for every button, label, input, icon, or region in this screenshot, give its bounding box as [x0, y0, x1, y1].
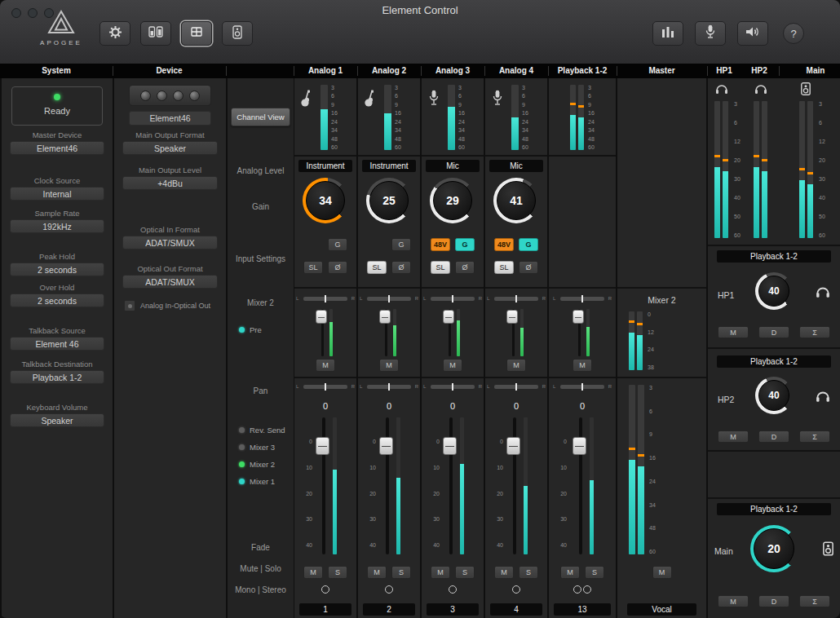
mixer-send-fader[interactable] [485, 309, 547, 356]
mute-button[interactable]: M [367, 566, 387, 579]
gain-knob[interactable]: 25 [366, 178, 412, 223]
fader-handle[interactable] [379, 310, 391, 324]
channel-fader[interactable]: 010203040 [294, 417, 356, 554]
mixer-pan-slider[interactable]: L R [494, 297, 538, 301]
solo-button[interactable]: S [391, 566, 411, 579]
talkback-source-value[interactable]: Element 46 [10, 337, 104, 351]
soft-limit-button[interactable]: SL [431, 261, 450, 274]
mute-button[interactable]: M [494, 566, 514, 579]
polarity-button[interactable]: Ø [328, 261, 347, 274]
fader-handle[interactable] [316, 310, 327, 324]
polarity-button[interactable]: Ø [391, 261, 411, 274]
mono-indicator[interactable] [294, 585, 356, 594]
fader-handle[interactable] [443, 310, 454, 324]
main-volume-knob[interactable]: 20 [750, 525, 798, 572]
solo-button[interactable]: S [585, 566, 604, 579]
phantom-power-button[interactable]: 48V [431, 238, 450, 251]
mute-button[interactable]: M [303, 566, 323, 579]
polarity-button[interactable]: Ø [455, 261, 475, 274]
fader-handle[interactable] [316, 437, 329, 455]
fader-handle[interactable] [573, 310, 584, 324]
solo-button[interactable]: S [328, 566, 347, 579]
mixer-mute-button[interactable]: M [506, 359, 526, 372]
mixer1-radio[interactable]: Mixer 1 [239, 477, 275, 486]
settings-button[interactable] [99, 21, 130, 46]
fader-handle[interactable] [506, 437, 520, 455]
pan-slider[interactable]: L R [303, 385, 347, 389]
hp2-dim-button[interactable]: D [758, 430, 789, 443]
mixer-send-fader[interactable] [422, 309, 484, 356]
device-name[interactable]: Element46 [129, 111, 211, 126]
output-mute-button[interactable] [737, 21, 768, 46]
mixer-send-fader[interactable] [549, 309, 616, 356]
channel-fader[interactable]: 010203040 [485, 417, 547, 554]
hp1-sum-button[interactable]: Σ [799, 326, 830, 338]
gain-knob[interactable]: 34 [303, 178, 348, 223]
mixer-view-button[interactable] [181, 21, 212, 46]
main-output-format-value[interactable]: Speaker [122, 141, 218, 155]
pre-toggle[interactable]: Pre [239, 325, 262, 334]
mixer2-radio[interactable]: Mixer 2 [239, 460, 275, 469]
solo-button[interactable]: S [455, 566, 475, 579]
main-source-label[interactable]: Playback 1-2 [717, 503, 831, 515]
pan-slider[interactable]: L R [560, 385, 604, 389]
input-type-label[interactable]: Mic [426, 160, 480, 172]
mixer-mute-button[interactable]: M [443, 359, 462, 372]
main-sum-button[interactable]: Σ [799, 595, 830, 607]
mono-indicator[interactable] [422, 585, 484, 594]
channel-name[interactable]: 13 [554, 603, 611, 616]
channel-name[interactable]: 4 [490, 603, 542, 616]
gain-knob[interactable]: 29 [430, 178, 475, 223]
group-button[interactable]: G [391, 238, 411, 251]
hp1-dim-button[interactable]: D [758, 326, 789, 338]
channel-fader[interactable]: 010203040 [549, 417, 616, 554]
mixer-pan-slider[interactable]: L R [560, 297, 604, 301]
mixer-mute-button[interactable]: M [573, 359, 592, 372]
group-button[interactable]: G [328, 238, 347, 251]
main-dim-button[interactable]: D [758, 595, 789, 607]
soft-limit-button[interactable]: SL [494, 261, 514, 274]
pan-slider[interactable]: L R [494, 385, 538, 389]
main-mute-button[interactable]: M [718, 595, 749, 607]
mixer3-radio[interactable]: Mixer 3 [239, 443, 275, 452]
mixer-pan-slider[interactable]: L R [303, 297, 347, 301]
help-button[interactable]: ? [783, 23, 804, 44]
channel-fader[interactable]: 010203040 [422, 417, 484, 554]
fader-handle[interactable] [443, 437, 457, 455]
sample-rate-value[interactable]: 192kHz [10, 219, 104, 233]
rev-send-radio[interactable]: Rev. Send [239, 426, 285, 435]
mixer-pan-slider[interactable]: L R [431, 297, 475, 301]
talkback-destination-value[interactable]: Playback 1-2 [10, 370, 104, 384]
channel-name[interactable]: 2 [363, 603, 415, 616]
over-hold-value[interactable]: 2 seconds [10, 294, 104, 307]
master-device-value[interactable]: Element46 [10, 141, 104, 155]
polarity-button[interactable]: Ø [519, 261, 538, 274]
hp1-mute-button[interactable]: M [718, 326, 749, 338]
talkback-button[interactable] [695, 21, 726, 46]
meters-view-button[interactable] [140, 21, 171, 46]
hp2-sum-button[interactable]: Σ [799, 430, 830, 443]
channel-name[interactable]: 3 [427, 603, 479, 616]
mute-button[interactable]: M [431, 566, 450, 579]
hp1-source-label[interactable]: Playback 1-2 [717, 250, 831, 263]
pan-slider[interactable]: L R [431, 385, 475, 389]
gain-knob[interactable]: 41 [493, 178, 539, 223]
fader-handle[interactable] [506, 310, 518, 324]
hp2-source-label[interactable]: Playback 1-2 [717, 355, 831, 368]
mute-button[interactable]: M [560, 566, 580, 579]
mixer-mute-button[interactable]: M [316, 359, 335, 372]
solo-button[interactable]: S [519, 566, 538, 579]
hp2-mute-button[interactable]: M [718, 430, 749, 443]
main-output-level-value[interactable]: +4dBu [122, 176, 218, 190]
keyboard-volume-value[interactable]: Speaker [10, 413, 104, 427]
fader-handle[interactable] [379, 437, 393, 455]
metering-button[interactable] [652, 21, 683, 46]
channel-fader[interactable]: 010203040 [358, 417, 420, 554]
mixer-pan-slider[interactable]: L R [367, 297, 411, 301]
group-button[interactable]: G [455, 238, 475, 251]
peak-hold-value[interactable]: 2 seconds [10, 263, 104, 276]
soft-limit-button[interactable]: SL [367, 261, 387, 274]
mixer-mute-button[interactable]: M [379, 359, 399, 372]
channel-name[interactable]: 1 [299, 603, 351, 616]
input-type-label[interactable]: Instrument [362, 160, 416, 172]
